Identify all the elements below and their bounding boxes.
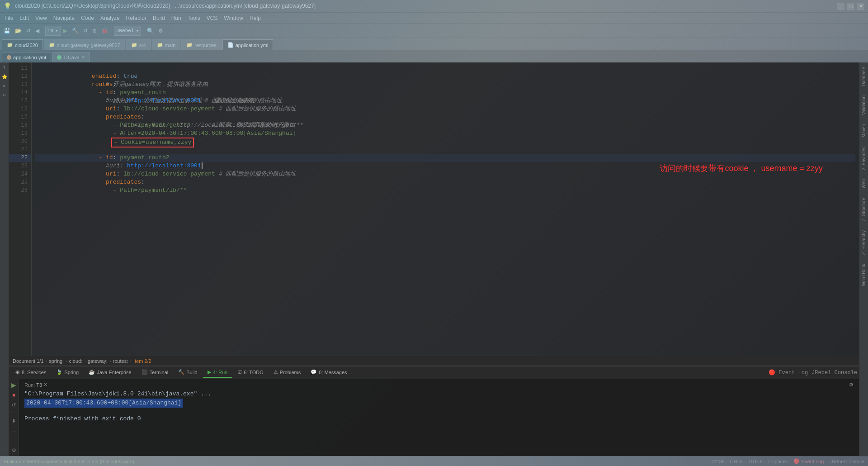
run-toolbar-bottom: ⚙	[10, 446, 18, 454]
terminal-label: Terminal	[150, 370, 169, 375]
line-num-13: 13	[9, 81, 31, 89]
breadcrumb-spring[interactable]: spring:	[49, 358, 64, 364]
run-filter-button[interactable]: ≡	[10, 427, 18, 435]
terminal-icon: ⬛	[142, 369, 148, 375]
line-num-26: 26	[9, 186, 31, 195]
right-tab-wordbook[interactable]: Word Book	[860, 261, 868, 289]
line-num-14: 14	[9, 89, 31, 97]
run-timestamp: 2020-04-30T17:00:43.600+08:00[Asia/Shang…	[24, 399, 183, 408]
code-line-25: - Path=/payment/lb/**	[35, 178, 855, 186]
services-icon: ◉	[15, 369, 20, 375]
tab-terminal[interactable]: ⬛ Terminal	[137, 368, 173, 378]
run-label: Run:	[24, 382, 35, 388]
tab-build[interactable]: 🔨 Build	[174, 368, 202, 378]
java-enterprise-label: Java Enterprise	[97, 370, 131, 375]
tab-messages[interactable]: 💬 0: Messages	[306, 368, 351, 378]
spring-icon: 🍃	[56, 369, 62, 375]
breadcrumb-document: Document 1/1	[13, 358, 43, 364]
line-num-18: 18	[9, 121, 31, 129]
code-content[interactable]: enabled: true # 开启gateway网关，提供微服务路由 rout…	[32, 62, 859, 356]
run-panel-inner: ▶ ■ ↺ ⬇ ≡ ⚙ Run:	[9, 379, 859, 456]
code-line-17: - Path=/payment/get/** # 断言，路径相匹配的进行路由	[35, 113, 855, 121]
tab-problems[interactable]: ⚠ Problems	[269, 368, 305, 378]
build-tab-icon: 🔨	[178, 369, 184, 375]
run-tab-close-icon[interactable]: ✕	[43, 382, 47, 388]
run-output: Run: T3 ✕ ⚙ "C:\Program Files\Java\jdk1.…	[19, 379, 859, 456]
sidebar-structure-icon[interactable]: Z	[1, 91, 8, 99]
run-output-line-4: Process finished with exit code 0	[24, 414, 854, 423]
line-num-24: 24	[9, 170, 31, 178]
run-tab-name: T3	[36, 382, 42, 388]
breadcrumb-item[interactable]: Item 2/2	[133, 358, 151, 364]
run-tab-label: 4: Run	[213, 370, 227, 375]
breadcrumb-routes[interactable]: routes:	[113, 358, 128, 364]
line-num-15: 15	[9, 97, 31, 105]
line-num-23: 23	[9, 162, 31, 170]
run-left-toolbar: ▶ ■ ↺ ⬇ ≡ ⚙	[9, 379, 19, 456]
line-num-25: 25	[9, 178, 31, 186]
line-num-11: 11	[9, 64, 31, 72]
right-tab-web[interactable]: Web	[860, 176, 868, 191]
code-editor[interactable]: 11 12 13 14 15 16 17 18 19 20 21 22 23 2…	[9, 62, 859, 356]
breadcrumb-cloud[interactable]: cloud:	[69, 358, 82, 364]
bc-sep-3: ›	[84, 358, 86, 364]
bc-sep-4: ›	[109, 358, 111, 364]
run-output-line-2: 2020-04-30T17:00:43.600+08:00[Asia/Shang…	[24, 399, 854, 408]
right-tab-structure[interactable]: Z: Structure	[860, 195, 868, 224]
services-label: 8: Services	[22, 370, 46, 375]
problems-label: Problems	[280, 370, 301, 375]
line-num-21: 21	[9, 146, 31, 154]
spring-label: Spring	[64, 370, 79, 375]
line-num-17: 17	[9, 113, 31, 121]
ide-container: 💡 cloud2020 [C:\Users\ZQY\Desktop\Spring…	[0, 0, 868, 466]
problems-icon: ⚠	[274, 369, 278, 375]
run-tab-icon: ▶	[208, 369, 211, 375]
run-play-button[interactable]: ▶	[10, 381, 18, 389]
right-tab-maven[interactable]: Maven	[860, 121, 868, 140]
run-toolbar-sep	[10, 413, 18, 413]
code-line-12: routes:	[35, 72, 855, 81]
code-line-11: enabled: true # 开启gateway网关，提供微服务路由	[35, 64, 855, 72]
right-sidebar: Database Validation Maven 2: Favorites W…	[859, 62, 868, 456]
tab-run[interactable]: ▶ 4: Run	[203, 368, 232, 378]
event-log-link[interactable]: 🔴 Event Log	[769, 369, 808, 376]
line-num-20: 20	[9, 138, 31, 146]
right-tab-hierarchy[interactable]: Z: Hierarchy	[860, 228, 868, 257]
run-rerun-button[interactable]: ↺	[10, 401, 18, 409]
tab-todo[interactable]: ☑ 6: TODO	[233, 368, 268, 378]
line-numbers: 11 12 13 14 15 16 17 18 19 20 21 22 23 2…	[9, 62, 32, 356]
run-gear-icon[interactable]: ⚙	[849, 382, 854, 388]
jrebel-console-link[interactable]: JRebel Console	[811, 370, 857, 376]
todo-label: 6: TODO	[244, 370, 264, 375]
right-tab-favorites[interactable]: 2: Favorites	[860, 144, 868, 173]
breadcrumb-bar: Document 1/1 › spring: › cloud: › gatewa…	[9, 356, 859, 366]
run-scroll-button[interactable]: ⬇	[10, 417, 18, 425]
bc-sep-5: ›	[130, 358, 132, 364]
bc-sep-2: ›	[66, 358, 67, 364]
main-area: 1 ⭐ W Z 11 12 13 14 15 16 17 18 19	[0, 62, 868, 456]
line-num-22: 22	[9, 154, 31, 162]
tab-services[interactable]: ◉ 8: Services	[11, 368, 51, 378]
run-settings-button[interactable]: ⚙	[10, 446, 18, 454]
left-sidebar: 1 ⭐ W Z	[0, 62, 9, 456]
right-tab-database[interactable]: Database	[860, 64, 868, 89]
line-num-12: 12	[9, 72, 31, 81]
breadcrumb-gateway[interactable]: gateway:	[88, 358, 108, 364]
run-output-line-1: "C:\Program Files\Java\jdk1.8.0_241\bin\…	[24, 390, 854, 399]
right-tab-validation[interactable]: Validation	[860, 93, 868, 118]
editor-area: 11 12 13 14 15 16 17 18 19 20 21 22 23 2…	[9, 62, 859, 456]
tab-java-enterprise[interactable]: ☕ Java Enterprise	[84, 368, 136, 378]
sidebar-project-icon[interactable]: 1	[1, 64, 8, 71]
sidebar-favorites-icon[interactable]: ⭐	[1, 73, 8, 81]
build-tab-label: Build	[186, 370, 197, 375]
bottom-tool-tabs: ◉ 8: Services 🍃 Spring ☕ Java Enterprise…	[9, 366, 859, 379]
java-enterprise-icon: ☕	[89, 369, 95, 375]
tab-spring[interactable]: 🍃 Spring	[52, 368, 83, 378]
line-num-19: 19	[9, 129, 31, 138]
messages-label: 0: Messages	[319, 370, 347, 375]
run-stop-button[interactable]: ■	[10, 391, 18, 399]
run-header: Run: T3 ✕ ⚙	[24, 382, 854, 388]
sidebar-web-icon[interactable]: W	[1, 82, 8, 90]
run-panel: ◉ 8: Services 🍃 Spring ☕ Java Enterprise…	[9, 366, 859, 456]
bc-sep-1: ›	[45, 358, 47, 364]
